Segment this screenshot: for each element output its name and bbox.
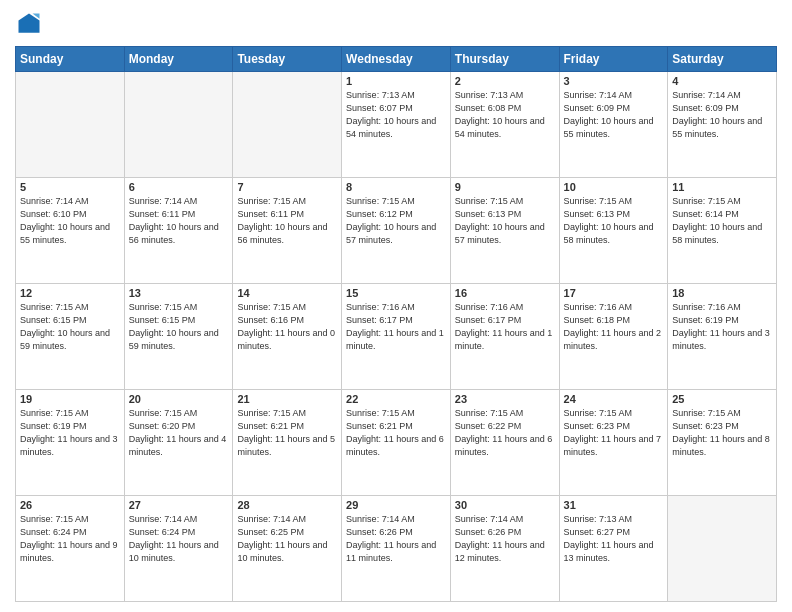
calendar-cell: 19Sunrise: 7:15 AM Sunset: 6:19 PM Dayli… — [16, 390, 125, 496]
day-number: 4 — [672, 75, 772, 87]
weekday-header-row: SundayMondayTuesdayWednesdayThursdayFrid… — [16, 47, 777, 72]
svg-marker-0 — [19, 14, 40, 33]
day-info: Sunrise: 7:15 AM Sunset: 6:15 PM Dayligh… — [20, 301, 120, 353]
day-number: 19 — [20, 393, 120, 405]
day-number: 2 — [455, 75, 555, 87]
week-row-3: 12Sunrise: 7:15 AM Sunset: 6:15 PM Dayli… — [16, 284, 777, 390]
week-row-4: 19Sunrise: 7:15 AM Sunset: 6:19 PM Dayli… — [16, 390, 777, 496]
calendar-cell — [16, 72, 125, 178]
calendar-cell: 20Sunrise: 7:15 AM Sunset: 6:20 PM Dayli… — [124, 390, 233, 496]
calendar-cell: 5Sunrise: 7:14 AM Sunset: 6:10 PM Daylig… — [16, 178, 125, 284]
day-info: Sunrise: 7:16 AM Sunset: 6:19 PM Dayligh… — [672, 301, 772, 353]
calendar-cell — [668, 496, 777, 602]
day-info: Sunrise: 7:15 AM Sunset: 6:15 PM Dayligh… — [129, 301, 229, 353]
day-info: Sunrise: 7:14 AM Sunset: 6:09 PM Dayligh… — [672, 89, 772, 141]
week-row-2: 5Sunrise: 7:14 AM Sunset: 6:10 PM Daylig… — [16, 178, 777, 284]
weekday-header-tuesday: Tuesday — [233, 47, 342, 72]
calendar-cell: 26Sunrise: 7:15 AM Sunset: 6:24 PM Dayli… — [16, 496, 125, 602]
day-number: 12 — [20, 287, 120, 299]
day-number: 7 — [237, 181, 337, 193]
day-info: Sunrise: 7:15 AM Sunset: 6:13 PM Dayligh… — [455, 195, 555, 247]
day-info: Sunrise: 7:13 AM Sunset: 6:27 PM Dayligh… — [564, 513, 664, 565]
calendar-cell: 31Sunrise: 7:13 AM Sunset: 6:27 PM Dayli… — [559, 496, 668, 602]
day-info: Sunrise: 7:15 AM Sunset: 6:20 PM Dayligh… — [129, 407, 229, 459]
calendar-cell: 28Sunrise: 7:14 AM Sunset: 6:25 PM Dayli… — [233, 496, 342, 602]
weekday-header-saturday: Saturday — [668, 47, 777, 72]
calendar-cell: 13Sunrise: 7:15 AM Sunset: 6:15 PM Dayli… — [124, 284, 233, 390]
weekday-header-wednesday: Wednesday — [342, 47, 451, 72]
calendar-cell: 22Sunrise: 7:15 AM Sunset: 6:21 PM Dayli… — [342, 390, 451, 496]
day-number: 22 — [346, 393, 446, 405]
day-info: Sunrise: 7:15 AM Sunset: 6:23 PM Dayligh… — [672, 407, 772, 459]
calendar-cell: 6Sunrise: 7:14 AM Sunset: 6:11 PM Daylig… — [124, 178, 233, 284]
day-info: Sunrise: 7:14 AM Sunset: 6:26 PM Dayligh… — [346, 513, 446, 565]
calendar-cell — [124, 72, 233, 178]
calendar-cell: 2Sunrise: 7:13 AM Sunset: 6:08 PM Daylig… — [450, 72, 559, 178]
day-info: Sunrise: 7:15 AM Sunset: 6:19 PM Dayligh… — [20, 407, 120, 459]
day-number: 31 — [564, 499, 664, 511]
day-info: Sunrise: 7:16 AM Sunset: 6:18 PM Dayligh… — [564, 301, 664, 353]
day-info: Sunrise: 7:13 AM Sunset: 6:08 PM Dayligh… — [455, 89, 555, 141]
calendar-table: SundayMondayTuesdayWednesdayThursdayFrid… — [15, 46, 777, 602]
day-number: 16 — [455, 287, 555, 299]
day-info: Sunrise: 7:15 AM Sunset: 6:22 PM Dayligh… — [455, 407, 555, 459]
day-number: 25 — [672, 393, 772, 405]
calendar-cell: 12Sunrise: 7:15 AM Sunset: 6:15 PM Dayli… — [16, 284, 125, 390]
day-info: Sunrise: 7:14 AM Sunset: 6:26 PM Dayligh… — [455, 513, 555, 565]
day-number: 15 — [346, 287, 446, 299]
day-info: Sunrise: 7:16 AM Sunset: 6:17 PM Dayligh… — [455, 301, 555, 353]
calendar-cell: 11Sunrise: 7:15 AM Sunset: 6:14 PM Dayli… — [668, 178, 777, 284]
day-info: Sunrise: 7:14 AM Sunset: 6:24 PM Dayligh… — [129, 513, 229, 565]
calendar-cell: 18Sunrise: 7:16 AM Sunset: 6:19 PM Dayli… — [668, 284, 777, 390]
calendar-cell: 3Sunrise: 7:14 AM Sunset: 6:09 PM Daylig… — [559, 72, 668, 178]
calendar-cell: 7Sunrise: 7:15 AM Sunset: 6:11 PM Daylig… — [233, 178, 342, 284]
page: SundayMondayTuesdayWednesdayThursdayFrid… — [0, 0, 792, 612]
weekday-header-thursday: Thursday — [450, 47, 559, 72]
day-number: 21 — [237, 393, 337, 405]
day-info: Sunrise: 7:15 AM Sunset: 6:13 PM Dayligh… — [564, 195, 664, 247]
day-info: Sunrise: 7:15 AM Sunset: 6:21 PM Dayligh… — [346, 407, 446, 459]
calendar-cell: 14Sunrise: 7:15 AM Sunset: 6:16 PM Dayli… — [233, 284, 342, 390]
day-info: Sunrise: 7:13 AM Sunset: 6:07 PM Dayligh… — [346, 89, 446, 141]
day-number: 23 — [455, 393, 555, 405]
day-info: Sunrise: 7:14 AM Sunset: 6:11 PM Dayligh… — [129, 195, 229, 247]
calendar-cell: 1Sunrise: 7:13 AM Sunset: 6:07 PM Daylig… — [342, 72, 451, 178]
day-info: Sunrise: 7:14 AM Sunset: 6:25 PM Dayligh… — [237, 513, 337, 565]
day-info: Sunrise: 7:16 AM Sunset: 6:17 PM Dayligh… — [346, 301, 446, 353]
calendar-cell: 30Sunrise: 7:14 AM Sunset: 6:26 PM Dayli… — [450, 496, 559, 602]
weekday-header-friday: Friday — [559, 47, 668, 72]
calendar-cell: 16Sunrise: 7:16 AM Sunset: 6:17 PM Dayli… — [450, 284, 559, 390]
day-info: Sunrise: 7:14 AM Sunset: 6:09 PM Dayligh… — [564, 89, 664, 141]
day-info: Sunrise: 7:15 AM Sunset: 6:21 PM Dayligh… — [237, 407, 337, 459]
day-number: 30 — [455, 499, 555, 511]
day-number: 6 — [129, 181, 229, 193]
day-number: 9 — [455, 181, 555, 193]
day-number: 10 — [564, 181, 664, 193]
logo — [15, 10, 47, 38]
calendar-cell: 9Sunrise: 7:15 AM Sunset: 6:13 PM Daylig… — [450, 178, 559, 284]
day-info: Sunrise: 7:15 AM Sunset: 6:16 PM Dayligh… — [237, 301, 337, 353]
logo-icon — [15, 10, 43, 38]
calendar-cell: 23Sunrise: 7:15 AM Sunset: 6:22 PM Dayli… — [450, 390, 559, 496]
day-info: Sunrise: 7:15 AM Sunset: 6:11 PM Dayligh… — [237, 195, 337, 247]
day-info: Sunrise: 7:15 AM Sunset: 6:12 PM Dayligh… — [346, 195, 446, 247]
day-number: 5 — [20, 181, 120, 193]
day-number: 29 — [346, 499, 446, 511]
day-number: 24 — [564, 393, 664, 405]
day-number: 1 — [346, 75, 446, 87]
week-row-5: 26Sunrise: 7:15 AM Sunset: 6:24 PM Dayli… — [16, 496, 777, 602]
day-number: 28 — [237, 499, 337, 511]
day-info: Sunrise: 7:14 AM Sunset: 6:10 PM Dayligh… — [20, 195, 120, 247]
calendar-cell — [233, 72, 342, 178]
calendar-cell: 27Sunrise: 7:14 AM Sunset: 6:24 PM Dayli… — [124, 496, 233, 602]
calendar-cell: 25Sunrise: 7:15 AM Sunset: 6:23 PM Dayli… — [668, 390, 777, 496]
calendar-cell: 8Sunrise: 7:15 AM Sunset: 6:12 PM Daylig… — [342, 178, 451, 284]
day-number: 3 — [564, 75, 664, 87]
weekday-header-monday: Monday — [124, 47, 233, 72]
day-info: Sunrise: 7:15 AM Sunset: 6:14 PM Dayligh… — [672, 195, 772, 247]
day-number: 14 — [237, 287, 337, 299]
day-number: 8 — [346, 181, 446, 193]
day-number: 26 — [20, 499, 120, 511]
calendar-cell: 21Sunrise: 7:15 AM Sunset: 6:21 PM Dayli… — [233, 390, 342, 496]
day-number: 13 — [129, 287, 229, 299]
